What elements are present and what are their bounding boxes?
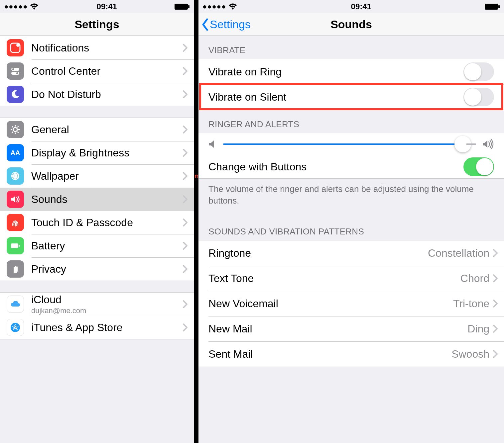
back-label: Settings xyxy=(210,18,251,31)
page-title: Settings xyxy=(74,18,119,31)
row-itunes[interactable]: A iTunes & App Store xyxy=(0,316,194,339)
section-header-vibrate: VIBRATE xyxy=(198,36,504,59)
row-sounds[interactable]: Sounds xyxy=(0,188,194,211)
row-value: Swoosh xyxy=(451,348,489,360)
row-dnd[interactable]: Do Not Disturb xyxy=(0,83,194,106)
row-sub: dujkan@me.com xyxy=(31,307,183,315)
row-label: iCloud xyxy=(31,294,183,306)
row-general[interactable]: General xyxy=(0,118,194,141)
row-voicemail[interactable]: New Voicemail Tri-tone xyxy=(198,291,504,316)
row-label: iTunes & App Store xyxy=(31,321,183,334)
row-label: Privacy xyxy=(31,263,183,275)
row-value: Ding xyxy=(467,323,489,335)
row-battery[interactable]: Battery xyxy=(0,234,194,257)
row-display[interactable]: AA Display & Brightness xyxy=(0,141,194,164)
svg-point-5 xyxy=(12,68,14,70)
row-newmail[interactable]: New Mail Ding xyxy=(198,316,504,341)
svg-point-8 xyxy=(13,128,17,132)
row-value: Chord xyxy=(460,272,489,285)
svg-point-19 xyxy=(14,175,16,177)
svg-text:AA: AA xyxy=(11,149,20,156)
settings-root-pane: ●●●●● 09:41 Settings Notifications Contr… xyxy=(0,0,194,443)
pane-separator: m xyxy=(194,0,198,443)
back-button[interactable]: Settings xyxy=(201,18,251,31)
battery-icon xyxy=(7,237,24,254)
chevron-right-icon xyxy=(183,195,188,204)
icloud-icon xyxy=(7,296,24,313)
row-icloud[interactable]: iCloud dujkan@me.com xyxy=(0,293,194,316)
chevron-right-icon xyxy=(493,299,498,308)
svg-line-10 xyxy=(17,132,19,133)
row-label: General xyxy=(31,124,183,136)
svg-text:A: A xyxy=(14,324,17,330)
svg-rect-0 xyxy=(175,4,188,10)
section-header-patterns: SOUNDS AND VIBRATION PATTERNS xyxy=(198,213,504,240)
svg-line-16 xyxy=(17,126,19,128)
status-bar: ●●●●● 09:41 xyxy=(0,0,194,13)
wifi-icon xyxy=(228,3,237,10)
svg-line-12 xyxy=(12,132,13,133)
row-label: Touch ID & Passcode xyxy=(31,217,183,229)
chevron-right-icon xyxy=(183,323,188,332)
chevron-right-icon xyxy=(493,350,498,358)
row-value: Tri-tone xyxy=(453,298,489,310)
status-time: 09:41 xyxy=(97,2,117,11)
row-label: Ringtone xyxy=(208,247,428,259)
row-label: Battery xyxy=(31,240,183,252)
speaker-high-icon xyxy=(482,139,494,149)
chevron-right-icon xyxy=(183,67,188,75)
chevron-right-icon xyxy=(493,274,498,283)
moon-icon xyxy=(7,86,24,103)
row-change-with-buttons[interactable]: Change with Buttons xyxy=(198,155,504,178)
speaker-low-icon xyxy=(208,139,217,149)
chevron-right-icon xyxy=(183,172,188,180)
row-texttone[interactable]: Text Tone Chord xyxy=(198,266,504,291)
row-control-center[interactable]: Control Center xyxy=(0,59,194,83)
row-value: Constellation xyxy=(428,247,489,259)
row-vibrate-silent[interactable]: Vibrate on Silent xyxy=(198,84,504,110)
row-privacy[interactable]: Privacy xyxy=(0,257,194,281)
navbar: Settings xyxy=(0,13,194,36)
row-label: Display & Brightness xyxy=(31,147,183,159)
status-bar: ●●●●● 09:41 xyxy=(198,0,504,13)
gear-icon xyxy=(7,121,24,138)
row-label: Text Tone xyxy=(208,272,460,285)
wallpaper-icon xyxy=(7,167,24,185)
svg-rect-26 xyxy=(11,243,18,248)
volume-slider-row xyxy=(198,133,504,155)
row-ringtone[interactable]: Ringtone Constellation xyxy=(198,240,504,266)
volume-slider[interactable] xyxy=(223,143,476,145)
row-sentmail[interactable]: Sent Mail Swoosh xyxy=(198,341,504,367)
section-footer-ringer: The volume of the ringer and alerts can … xyxy=(198,179,504,213)
notifications-icon xyxy=(7,39,24,56)
row-label: Control Center xyxy=(31,65,183,77)
svg-rect-1 xyxy=(188,5,189,8)
toggle-vibrate-silent[interactable] xyxy=(463,88,494,106)
row-vibrate-ring[interactable]: Vibrate on Ring xyxy=(198,59,504,84)
row-label: Do Not Disturb xyxy=(31,88,183,101)
toggle-change-with-buttons[interactable] xyxy=(463,157,494,176)
wifi-icon xyxy=(30,3,39,10)
touchid-icon xyxy=(7,214,24,231)
chevron-right-icon xyxy=(183,125,188,134)
chevron-right-icon xyxy=(183,265,188,273)
row-label: New Voicemail xyxy=(208,298,453,310)
chevron-right-icon xyxy=(183,90,188,99)
page-title: Sounds xyxy=(330,18,372,31)
svg-rect-30 xyxy=(485,4,498,10)
row-touchid[interactable]: Touch ID & Passcode xyxy=(0,211,194,234)
slider-knob[interactable] xyxy=(454,136,471,152)
section-header-ringer: RINGER AND ALERTS xyxy=(198,110,504,133)
svg-line-14 xyxy=(12,126,13,128)
chevron-right-icon xyxy=(183,241,188,250)
row-notifications[interactable]: Notifications xyxy=(0,36,194,59)
svg-point-3 xyxy=(16,44,20,47)
chevron-right-icon xyxy=(493,249,498,257)
row-wallpaper[interactable]: Wallpaper xyxy=(0,164,194,188)
chevron-left-icon xyxy=(201,18,209,31)
row-label: Change with Buttons xyxy=(208,161,463,173)
toggle-vibrate-ring[interactable] xyxy=(463,62,494,81)
navbar: Settings Sounds xyxy=(198,13,504,36)
chevron-right-icon xyxy=(183,44,188,52)
sounds-pane: ●●●●● 09:41 Settings Sounds VIBRATE Vibr… xyxy=(198,0,504,443)
